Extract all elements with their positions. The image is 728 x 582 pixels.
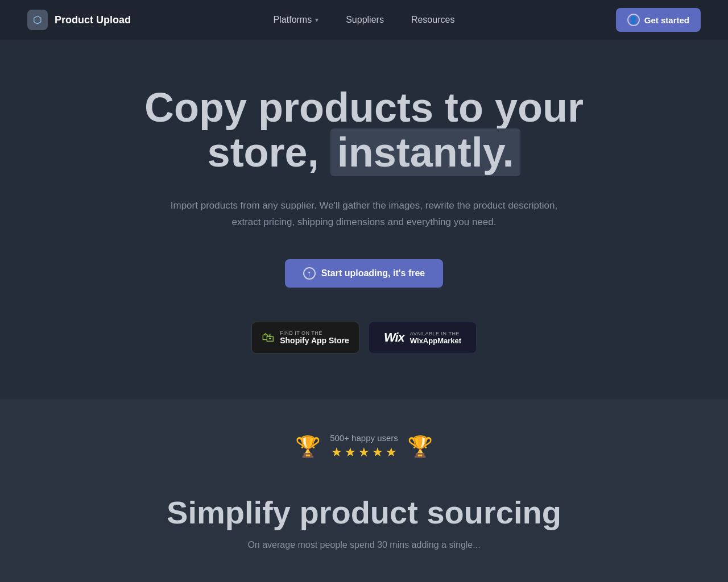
navbar: ⬡ Product Upload Platforms ▾ Suppliers R… <box>0 0 728 40</box>
wix-market-name: WixAppMarket <box>410 336 461 345</box>
nav-platforms-label: Platforms <box>274 15 312 25</box>
star-3: ★ <box>358 445 370 460</box>
wix-badge[interactable]: Wix Available in the WixAppMarket <box>369 322 477 354</box>
stars-row: ★ ★ ★ ★ ★ <box>331 445 397 460</box>
star-1: ★ <box>331 445 342 460</box>
hero-subtitle: Import products from any supplier. We'll… <box>165 198 563 231</box>
chevron-down-icon: ▾ <box>315 16 318 24</box>
get-started-button[interactable]: 👤 Get started <box>616 8 701 32</box>
upload-icon: ↑ <box>303 267 316 280</box>
lower-section: 🏆 500+ happy users ★ ★ ★ ★ ★ 🏆 Simplify … <box>0 399 728 582</box>
brand-name: Product Upload <box>55 14 131 26</box>
hero-section: Copy products to your store, instantly. … <box>0 40 728 399</box>
happy-users-row: 🏆 500+ happy users ★ ★ ★ ★ ★ 🏆 <box>27 433 701 460</box>
laurel-right-icon: 🏆 <box>407 435 433 459</box>
nav-center: Platforms ▾ Suppliers Resources <box>269 11 460 28</box>
nav-platforms[interactable]: Platforms ▾ <box>269 11 324 28</box>
shopify-store-name: Shopify App Store <box>280 336 349 345</box>
lower-section-title: Simplify product sourcing <box>27 494 701 531</box>
hero-title-line2-prefix: store, <box>208 130 319 175</box>
shopify-find-it: FIND IT ON THE <box>280 330 322 336</box>
shopify-bag-icon: 🛍 <box>262 330 274 345</box>
wix-badge-text: Available in the WixAppMarket <box>410 331 461 345</box>
happy-users-content: 500+ happy users ★ ★ ★ ★ ★ <box>330 433 398 460</box>
start-uploading-button[interactable]: ↑ Start uploading, it's free <box>285 259 444 288</box>
shopify-badge-text: FIND IT ON THE Shopify App Store <box>280 330 349 345</box>
badges-row: 🛍 FIND IT ON THE Shopify App Store Wix A… <box>251 322 477 354</box>
hero-title: Copy products to your store, instantly. <box>144 85 584 175</box>
nav-suppliers[interactable]: Suppliers <box>341 11 388 28</box>
lower-section-subtitle: On average most people spend 30 mins add… <box>193 540 535 550</box>
wix-logo-icon: Wix <box>384 330 404 345</box>
hero-title-line1: Copy products to your <box>144 85 584 130</box>
get-started-label: Get started <box>644 15 689 25</box>
laurel-left-icon: 🏆 <box>295 435 321 459</box>
hero-title-highlight: instantly. <box>330 128 521 176</box>
happy-users-text: 500+ happy users <box>330 433 398 443</box>
brand-logo-group: ⬡ Product Upload <box>27 10 131 30</box>
upload-btn-label: Start uploading, it's free <box>321 268 425 278</box>
nav-resources-label: Resources <box>411 15 454 25</box>
star-2: ★ <box>345 445 356 460</box>
wix-available-text: Available in the <box>410 331 460 336</box>
nav-resources[interactable]: Resources <box>407 11 459 28</box>
brand-logo-icon: ⬡ <box>27 10 48 30</box>
shopify-badge[interactable]: 🛍 FIND IT ON THE Shopify App Store <box>251 322 359 354</box>
user-icon: 👤 <box>627 14 640 26</box>
star-4: ★ <box>372 445 383 460</box>
star-5: ★ <box>386 445 397 460</box>
nav-suppliers-label: Suppliers <box>346 15 384 25</box>
